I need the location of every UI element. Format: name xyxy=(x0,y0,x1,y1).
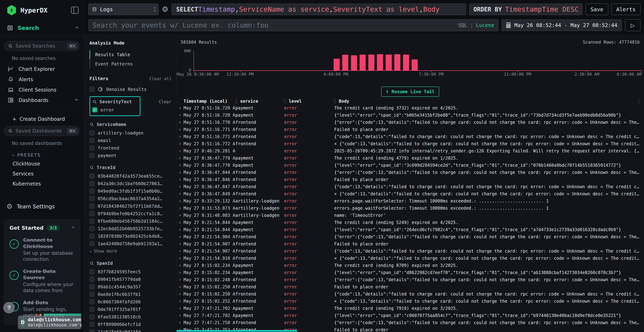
checkbox[interactable] xyxy=(90,146,94,150)
show-more-traces[interactable]: Show more xyxy=(90,248,172,255)
mode-lucene[interactable]: Lucene xyxy=(476,22,494,28)
filter-value[interactable]: 0ff8990066efcf1d xyxy=(90,320,172,328)
checkbox[interactable] xyxy=(90,299,94,304)
filter-value[interactable]: frontend xyxy=(90,144,172,152)
column-resize-handle[interactable] xyxy=(334,99,336,104)
filter-value[interactable]: 0de781ff325a781f xyxy=(90,306,172,313)
row-expand-chevron[interactable]: > xyxy=(176,242,184,246)
table-row[interactable]: >May 27 8:51:16.770 AMfrontenderror{"err… xyxy=(176,119,644,126)
checkbox[interactable] xyxy=(90,226,94,231)
sidebar-item-client-sessions[interactable]: Client Sessions xyxy=(4,84,80,95)
table-row[interactable]: >May 27 8:15:02.252 AMfrontenderror× {"c… xyxy=(176,298,644,305)
table-row[interactable]: >May 27 8:46:29.281 AMerror2025-05-26T09… xyxy=(176,148,644,154)
column-header-service[interactable]: service xyxy=(240,99,258,104)
filter-group-name[interactable]: ServiceName xyxy=(96,122,126,127)
filter-value[interactable]: 11c67fe55c0d13fd xyxy=(90,328,172,332)
table-row[interactable]: >May 27 8:51:16.772 AMfrontenderror× {"c… xyxy=(176,140,644,148)
row-expand-chevron[interactable]: > xyxy=(176,263,184,268)
table-row[interactable]: >May 27 8:15:02.248 AMfrontenderror{"err… xyxy=(176,276,644,283)
row-expand-chevron[interactable]: > xyxy=(176,184,184,189)
clear-all-link[interactable]: Clear all xyxy=(149,76,172,81)
horizontal-scrollbar[interactable] xyxy=(176,330,297,332)
filter-value[interactable]: 12ec8dd52b60b9525733b7e… xyxy=(90,225,172,232)
table-row[interactable]: >May 27 8:36:47.770 AMpaymenterror{"leve… xyxy=(176,162,644,169)
help-button[interactable]: ? xyxy=(3,302,15,314)
query-language-toggle[interactable]: SQL | Lucene xyxy=(458,19,494,31)
filter-value[interactable]: ✓error xyxy=(92,107,132,113)
table-row[interactable]: >May 27 7:47:21.750 AMfrontenderror{"err… xyxy=(176,319,644,326)
row-expand-chevron[interactable]: > xyxy=(176,127,184,132)
sidebar-item-clickhouse[interactable]: ClickHouse xyxy=(4,159,80,169)
results-histogram[interactable]: 80K 0 May 26 8:30:00 AM12:30:00 PM4:00:0… xyxy=(176,46,644,75)
user-menu[interactable]: D dale@clickhouse.com dale@clickhouse.co… xyxy=(18,316,82,329)
row-expand-chevron[interactable]: > xyxy=(176,270,184,275)
table-row[interactable]: >May 27 8:51:16.720 AMpaymenterror{"leve… xyxy=(176,112,644,119)
table-row[interactable]: >May 27 8:21:54.907 AMfrontenderror{"cod… xyxy=(176,248,644,255)
row-expand-chevron[interactable]: > xyxy=(176,163,184,168)
filter-value[interactable]: 1ae42480d758e9ab91193a1… xyxy=(90,240,172,248)
filter-value[interactable]: 18287038b73e882425c64b8… xyxy=(90,232,172,240)
filter-value[interactable]: payment xyxy=(90,152,172,159)
checkbox[interactable] xyxy=(90,307,94,312)
filter-value[interactable]: 049ed0ac3fdb1f3f15a0b0b… xyxy=(90,187,172,195)
row-expand-chevron[interactable]: > xyxy=(176,320,184,325)
clear-severity-link[interactable]: Clear xyxy=(159,100,171,104)
table-row[interactable]: >May 27 7:47:21.702 AMpaymenterror{"leve… xyxy=(176,312,644,319)
checkbox[interactable] xyxy=(90,292,94,297)
row-expand-chevron[interactable]: > xyxy=(176,206,184,210)
checkbox[interactable] xyxy=(90,130,94,136)
get-started-header[interactable]: Get Started 3/3 xyxy=(10,225,75,231)
sidebar-item-chart-explorer[interactable]: Chart Explorer xyxy=(4,64,80,74)
row-expand-chevron[interactable]: > xyxy=(176,256,184,260)
save-button[interactable]: Save xyxy=(586,4,608,15)
sidebar-item-dashboards[interactable]: Dashboards xyxy=(4,95,80,105)
filter-value[interactable]: 03b44828f42a3573ea655ce… xyxy=(90,172,172,180)
date-range-picker[interactable]: May 26 08:52:44 - May 27 08:52:44 xyxy=(502,20,622,31)
chevron-up-icon[interactable] xyxy=(76,26,78,29)
saved-searches-input[interactable]: Saved Searches ⌘K xyxy=(4,41,80,51)
filter-group-name[interactable]: SeverityText xyxy=(100,99,132,104)
checkbox[interactable] xyxy=(90,284,94,289)
row-expand-chevron[interactable]: > xyxy=(176,213,184,218)
row-expand-chevron[interactable]: > xyxy=(176,113,184,117)
row-expand-chevron[interactable]: > xyxy=(176,178,184,182)
denoise-toggle[interactable]: Denoise Results xyxy=(90,86,172,92)
table-row[interactable]: >May 27 8:21:54.904 AMfrontenderror{"err… xyxy=(176,233,644,240)
row-expand-chevron[interactable]: > xyxy=(176,192,184,196)
filter-value[interactable]: 09041fb457779da0 xyxy=(90,276,172,283)
table-row[interactable]: >May 27 8:51:16.771 AMfrontenderror{"cod… xyxy=(176,133,644,140)
presets-toggle[interactable]: PRESETS xyxy=(12,152,80,158)
filter-value[interactable]: 042a30c3dc1baf660b27863… xyxy=(90,180,172,187)
checkbox[interactable] xyxy=(90,196,94,201)
filter-group-name[interactable]: SpanId xyxy=(96,261,113,266)
column-options-icon[interactable]: ⋮ xyxy=(636,98,641,104)
checkbox[interactable] xyxy=(90,181,94,186)
row-expand-chevron[interactable]: > xyxy=(176,249,184,253)
filter-value[interactable]: 0fae5381230518cb xyxy=(90,313,172,320)
table-row[interactable]: >May 27 7:47:21.702 AMpaymenterrorThe cr… xyxy=(176,305,644,312)
column-header-body[interactable]: Body xyxy=(339,99,349,104)
table-row[interactable]: >May 27 8:21:54.910 AMfrontenderror× {"c… xyxy=(176,255,644,262)
mode-results-table[interactable]: Results Table xyxy=(90,50,172,59)
filter-value[interactable]: 0ae8e1f6c6b37fb1 xyxy=(90,290,172,298)
table-row[interactable]: >May 27 8:36:47.770 AMpaymenterrorThe cr… xyxy=(176,154,644,162)
table-row[interactable]: >May 27 8:36:47.847 AMfrontenderror{"cod… xyxy=(176,183,644,190)
checkbox[interactable]: ✓ xyxy=(92,107,97,112)
table-row[interactable]: >May 27 8:51:16.771 AMfrontenderrorFaile… xyxy=(176,126,644,133)
search-input[interactable] xyxy=(88,19,498,31)
checkbox[interactable] xyxy=(90,269,94,274)
mode-event-patterns[interactable]: Event Patterns xyxy=(90,59,172,68)
table-row[interactable]: >May 27 8:21:54.844 AMpaymenterror{"leve… xyxy=(176,226,644,233)
sidebar-item-alerts[interactable]: Alerts xyxy=(4,74,80,84)
sidebar-item-team-settings[interactable]: ⚙ Team Settings xyxy=(6,203,84,210)
checkbox[interactable] xyxy=(90,314,94,319)
filter-value[interactable]: 09ab1c4544c9a357 xyxy=(90,283,172,290)
select-clause-editor[interactable]: SELECT Timestamp, ServiceName as service… xyxy=(172,4,466,15)
table-row[interactable]: >May 27 8:31:53.073 AMartillery-loadgene… xyxy=(176,205,644,212)
checkbox[interactable] xyxy=(90,87,94,92)
alerts-button[interactable]: Alerts xyxy=(612,4,640,15)
table-row[interactable]: >May 27 8:21:54.907 AMfrontenderrorFaile… xyxy=(176,240,644,248)
row-expand-chevron[interactable]: > xyxy=(176,120,184,124)
row-expand-chevron[interactable]: > xyxy=(176,134,184,139)
table-row[interactable]: >May 27 8:21:54.844 AMpaymenterrorThe cr… xyxy=(176,219,644,226)
